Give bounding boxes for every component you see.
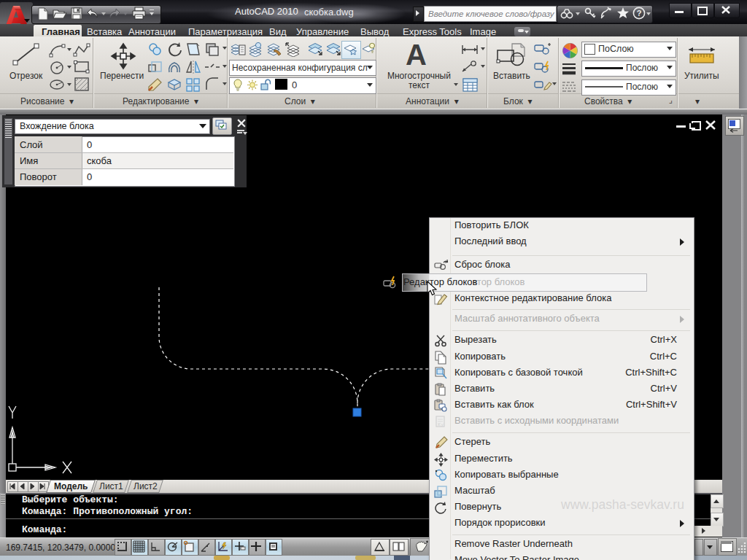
svg-text:?: ? (637, 9, 642, 18)
svg-text:x,y: x,y (438, 422, 444, 427)
